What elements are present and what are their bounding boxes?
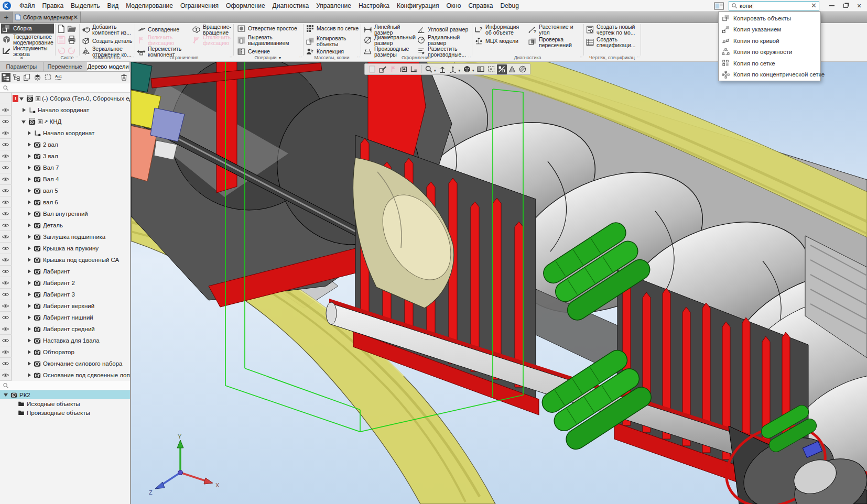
expand-arrow[interactable] [27, 154, 32, 159]
expand-arrow[interactable] [27, 131, 32, 136]
view-cube-dropdown-caret[interactable]: ▾ [472, 69, 474, 73]
zoom-dropdown-caret[interactable]: ▾ [434, 69, 436, 73]
zoom-icon[interactable] [424, 64, 434, 74]
tree-item[interactable]: 2 вал [0, 139, 130, 150]
eye-icon[interactable] [0, 162, 12, 173]
btn-enable-fixation[interactable]: Включить фиксацию [137, 35, 190, 46]
search-clear-button[interactable]: ✕ [811, 3, 817, 9]
app-logo-icon[interactable] [2, 1, 12, 10]
mode-assembly[interactable]: Сборка [1, 24, 54, 34]
orientation-triad[interactable]: Y X Z [147, 434, 225, 497]
marquee-icon[interactable] [44, 73, 52, 82]
tab-parameters[interactable]: Параметры [0, 62, 44, 71]
menu-Выделить[interactable]: Выделить [67, 0, 103, 12]
collapse-arrow[interactable] [20, 96, 25, 101]
tree-item[interactable]: Лабиринт верхний [0, 300, 130, 312]
expand-arrow[interactable] [27, 373, 32, 378]
tree-item[interactable]: Наставка для 1вала [0, 335, 130, 346]
btn-angular-dimension[interactable]: Угловой размер [417, 25, 471, 34]
tree-item[interactable]: Начало координат [0, 127, 130, 139]
eye-icon[interactable] [0, 243, 12, 254]
expand-arrow[interactable] [27, 246, 32, 251]
eye-icon[interactable] [0, 277, 12, 289]
expand-arrow[interactable] [27, 235, 32, 239]
expand-arrow[interactable] [27, 350, 32, 355]
section-view-icon[interactable] [476, 64, 486, 74]
close-button[interactable]: × [852, 0, 866, 12]
window-preview-button[interactable] [714, 2, 724, 10]
search-result-copy-curve[interactable]: Копия по кривой [719, 35, 820, 47]
ghost-doc-icon[interactable] [367, 64, 377, 74]
eye-icon[interactable] [0, 358, 12, 369]
tree-structure-icon[interactable] [2, 73, 10, 82]
search-result-copy-circle[interactable]: Копия по окружности [719, 47, 820, 58]
search-result-copy-point[interactable]: Копия указанием [719, 24, 820, 36]
display-shaded-icon[interactable] [507, 64, 517, 74]
triad-dropdown-caret[interactable]: ▾ [459, 69, 461, 73]
eye-icon[interactable] [0, 173, 12, 185]
menu-Вид[interactable]: Вид [103, 0, 122, 12]
tree-item[interactable]: Вал 4 [0, 173, 130, 185]
expand-arrow[interactable] [27, 327, 32, 332]
menu-Оформление[interactable]: Оформление [222, 0, 268, 12]
edit-component-icon[interactable] [377, 64, 387, 74]
tree-item[interactable]: Заглушка подшипника [0, 231, 130, 243]
btn-distance-angle[interactable]: ?Расстояние и угол [528, 24, 582, 35]
document-tab[interactable]: Сборка модернизиров... ✕ [13, 12, 81, 23]
local-tree-root[interactable]: РК2 [0, 390, 130, 399]
local-tree-item[interactable]: Производные объекты [0, 408, 130, 417]
viewport-3d[interactable]: ▾▾▾ Y X Z [131, 62, 867, 504]
expand-arrow[interactable] [27, 143, 32, 147]
search-result-copy-grid[interactable]: Копия по сетке [719, 58, 820, 69]
expand-arrow[interactable] [27, 281, 32, 286]
btn-copy-objects[interactable]: Копировать объекты [306, 36, 359, 47]
expand-arrow[interactable] [22, 108, 27, 113]
tab-variables[interactable]: Переменные [44, 62, 87, 71]
eye-icon[interactable] [0, 150, 12, 162]
collapse-arrow[interactable] [4, 392, 9, 397]
btn-linear-dimension[interactable]: Линейный размер [363, 24, 416, 35]
eye-icon[interactable] [0, 185, 12, 196]
expand-arrow[interactable] [27, 189, 32, 193]
expand-arrow[interactable] [27, 166, 32, 170]
menu-Настройка[interactable]: Настройка [355, 0, 393, 12]
btn-create-part[interactable]: Создать деталь [81, 37, 134, 46]
copy-doc-icon[interactable] [23, 73, 31, 82]
eye-icon[interactable] [0, 127, 12, 139]
eye-icon[interactable] [0, 266, 12, 277]
btn-create-specification[interactable]: Создать спецификаци... [586, 37, 639, 48]
btn-disable-fixation[interactable]: Отключить фиксацию [192, 35, 233, 46]
eye-icon[interactable] [0, 208, 12, 220]
btn-diametral-dimension[interactable]: Диаметральный размер [363, 35, 416, 46]
expand-arrow[interactable] [27, 269, 32, 274]
expand-arrow[interactable] [27, 258, 32, 262]
menu-Ограничения[interactable]: Ограничения [177, 0, 222, 12]
btn-coincidence[interactable]: Совпадение [137, 25, 190, 34]
command-search-box[interactable]: копи ✕ [729, 1, 819, 10]
expand-arrow[interactable] [27, 315, 32, 320]
group-operations[interactable]: Операции▼∷ [233, 55, 303, 61]
tree-item[interactable]: вал 6 [0, 196, 130, 208]
auto-rename-icon[interactable]: A±1 [54, 73, 63, 82]
triad-icon[interactable] [448, 64, 458, 74]
eye-icon[interactable] [0, 196, 12, 208]
menu-Окно[interactable]: Окно [442, 0, 464, 12]
expand-arrow[interactable] [27, 292, 32, 297]
menu-Моделирование[interactable]: Моделирование [122, 0, 177, 12]
new-doc-button[interactable] [57, 24, 66, 34]
btn-grid-array[interactable]: Массив по сетке [306, 24, 359, 33]
eye-icon[interactable] [0, 312, 12, 323]
menu-Управление[interactable]: Управление [312, 0, 355, 12]
tree-item[interactable]: Вал 7 [0, 162, 130, 173]
print-button[interactable] [67, 35, 77, 45]
local-search-input[interactable] [0, 381, 130, 390]
tree-item[interactable]: ↗КНД [0, 116, 130, 127]
expand-arrow[interactable] [27, 304, 32, 309]
tree-item[interactable]: Лабиринт нишний [0, 312, 130, 323]
sketch-env-icon[interactable] [409, 64, 419, 74]
btn-radial-dimension[interactable]: Радиальный размер [417, 35, 471, 46]
minimize-button[interactable] [825, 0, 839, 12]
tree-item[interactable]: Начало координат [0, 104, 130, 116]
mode-sketch-tools[interactable]: Инструменты эскиза [1, 45, 54, 57]
expand-arrow[interactable] [27, 212, 32, 216]
